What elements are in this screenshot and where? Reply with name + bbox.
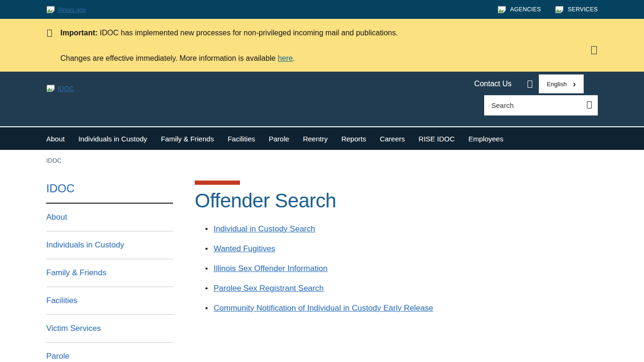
list-item: Parolee Sex Registrant Search	[195, 284, 433, 293]
sidebar-item-link[interactable]: Individuals in Custody	[46, 240, 124, 249]
search-input[interactable]	[490, 101, 587, 110]
contact-us-link[interactable]: Contact Us	[474, 80, 512, 88]
sidebar-item: About	[46, 204, 173, 231]
alert-line2-text: Changes are effective immediately. More …	[60, 54, 278, 62]
nav-item[interactable]: About	[46, 135, 65, 143]
language-label: English	[547, 81, 567, 88]
broken-image-icon	[497, 6, 506, 14]
breadcrumb-link[interactable]: IDOC	[46, 157, 62, 164]
title-accent-bar	[195, 181, 240, 185]
broken-image-icon	[46, 6, 55, 14]
broken-image-icon	[555, 6, 564, 14]
nav-item[interactable]: RISE IDOC	[419, 135, 455, 143]
alert-line2-suffix: .	[293, 54, 295, 62]
nav-item[interactable]: Parole	[269, 135, 289, 143]
idoc-logo-link[interactable]: IDOC	[46, 84, 74, 92]
sidebar-item: Individuals in Custody	[46, 231, 173, 259]
search-icon	[587, 101, 592, 108]
topbar-link-label: AGENCIES	[510, 6, 541, 13]
offender-search-link[interactable]: Wanted Fugitives	[214, 244, 275, 253]
alert-message: IDOC has implemented new processes for n…	[100, 29, 398, 37]
globe-icon	[528, 81, 532, 88]
primary-nav: AboutIndividuals in CustodyFamily & Frie…	[0, 126, 644, 150]
list-item: Wanted Fugitives	[195, 244, 433, 254]
sidebar-item-link[interactable]: Facilities	[46, 296, 77, 305]
alert-text: Important: IDOC has implemented new proc…	[60, 29, 398, 63]
language-selector-button[interactable]: English ›	[539, 74, 584, 93]
alert-important-label: Important:	[60, 29, 98, 37]
main-content: Offender Search Individual in Custody Se…	[195, 176, 433, 362]
sidebar-item: Family & Friends	[46, 259, 173, 287]
offender-search-links: Individual in Custody Search Wanted Fugi…	[195, 224, 433, 313]
offender-search-link[interactable]: Individual in Custody Search	[214, 224, 315, 233]
topbar-link[interactable]: SERVICES	[555, 6, 598, 14]
search-box	[484, 95, 598, 115]
sidebar-item-link[interactable]: Family & Friends	[46, 268, 107, 277]
nav-item[interactable]: Employees	[468, 135, 503, 143]
government-topbar: illinois.gov AGENCIES SERVICES	[0, 0, 644, 19]
offender-search-link[interactable]: Illinois Sex Offender Information	[214, 264, 328, 273]
alert-glyph-icon	[47, 30, 52, 37]
topbar-link-label: SERVICES	[568, 6, 598, 13]
banner-close-button[interactable]	[591, 46, 597, 56]
nav-item[interactable]: Facilities	[228, 135, 255, 143]
broken-image-icon	[46, 84, 55, 92]
sidebar-title: IDOC	[46, 182, 173, 204]
alert-line2: Changes are effective immediately. More …	[60, 54, 398, 63]
page-title: Offender Search	[195, 189, 433, 212]
offender-search-link[interactable]: Parolee Sex Registrant Search	[214, 284, 323, 293]
sidebar-item-link[interactable]: About	[46, 213, 67, 222]
nav-item[interactable]: Reentry	[303, 135, 328, 143]
offender-search-link[interactable]: Community Notification of Individual in …	[214, 304, 433, 313]
list-item: Individual in Custody Search	[195, 224, 433, 234]
header-utility-row: Contact Us English ›	[474, 74, 584, 93]
list-item: Community Notification of Individual in …	[195, 304, 433, 313]
sidebar-menu: About Individuals in Custody Family & Fr…	[46, 204, 173, 362]
sidebar-item: Parole	[46, 342, 173, 362]
sidebar-item-link[interactable]: Victim Services	[46, 324, 101, 333]
sidebar-item: Victim Services	[46, 314, 173, 342]
topbar-link[interactable]: AGENCIES	[497, 6, 541, 14]
nav-item[interactable]: Family & Friends	[161, 135, 214, 143]
illinoisgov-logo-link[interactable]: illinois.gov	[46, 6, 86, 14]
nav-item[interactable]: Reports	[341, 135, 366, 143]
topbar-links: AGENCIES SERVICES	[497, 6, 598, 14]
site-header: IDOC Contact Us English ›	[0, 72, 644, 126]
sidebar-title-link[interactable]: IDOC	[46, 182, 74, 195]
idoc-logo-alt: IDOC	[58, 85, 74, 92]
chevron-right-icon: ›	[573, 80, 576, 88]
sidebar: IDOC About Individuals in Custody Family…	[46, 176, 173, 362]
list-item: Illinois Sex Offender Information	[195, 264, 433, 273]
search-submit-button[interactable]	[587, 101, 592, 110]
nav-item[interactable]: Individuals in Custody	[78, 135, 147, 143]
page-content: IDOC IDOC About Individuals in Custody F…	[0, 150, 644, 362]
sidebar-item: Facilities	[46, 287, 173, 314]
alert-line1: Important: IDOC has implemented new proc…	[60, 29, 398, 37]
here-link[interactable]: here	[278, 54, 293, 62]
breadcrumb: IDOC	[46, 150, 598, 164]
alert-banner: Important: IDOC has implemented new proc…	[0, 19, 644, 72]
illinoisgov-logo-alt: illinois.gov	[58, 6, 86, 13]
content-layout: IDOC About Individuals in Custody Family…	[46, 176, 598, 362]
sidebar-item-link[interactable]: Parole	[46, 352, 69, 361]
nav-item[interactable]: Careers	[380, 135, 405, 143]
close-icon	[591, 46, 597, 54]
